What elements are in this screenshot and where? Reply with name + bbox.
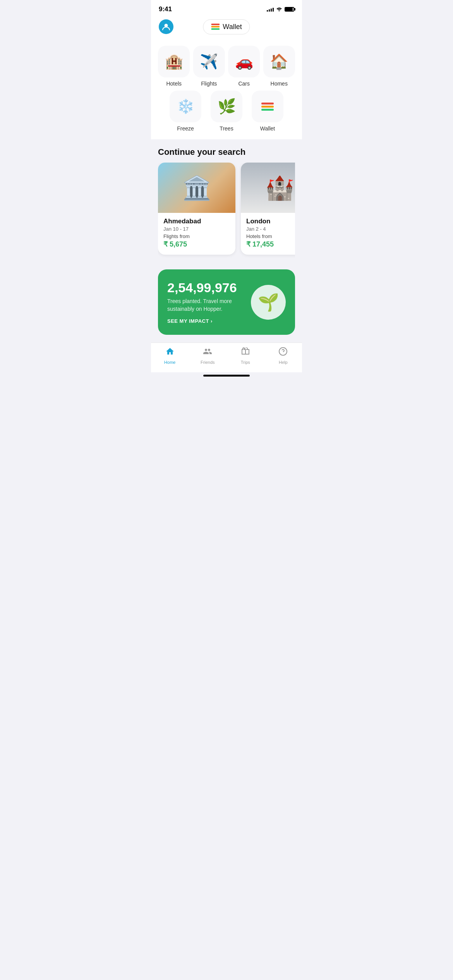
signal-icon [267, 7, 274, 12]
wallet-category-icon [252, 91, 283, 122]
category-row-2: ❄️ Freeze 🌿 Trees Wallet [156, 91, 297, 132]
hotels-icon: 🏨 [158, 46, 190, 77]
category-hotels[interactable]: 🏨 Hotels [158, 46, 190, 87]
homes-icon: 🏠 [263, 46, 295, 77]
trees-icon: 🌿 [211, 91, 242, 122]
header: Wallet [151, 15, 302, 40]
hotels-label: Hotels [166, 81, 182, 87]
london-body: London Jan 2 - 4 Hotels from ₹ 17,455 [241, 213, 295, 255]
nav-help[interactable]: Help [271, 347, 295, 365]
continue-search-section: Continue your search Ahmedabad Jan 10 - … [151, 139, 302, 262]
trees-label: Trees [220, 125, 233, 132]
tree-emoji: 🌱 [258, 292, 279, 312]
avatar[interactable] [159, 19, 173, 34]
ahmedabad-city: Ahmedabad [163, 218, 230, 225]
nav-friends[interactable]: Friends [196, 347, 219, 365]
bottom-navigation: Home Friends Trips Help [151, 343, 302, 372]
friends-nav-label: Friends [201, 360, 215, 365]
freeze-label: Freeze [177, 125, 194, 132]
ahmedabad-image [158, 163, 235, 213]
category-homes[interactable]: 🏠 Homes [263, 46, 295, 87]
trees-content: 2,54,99,976 Trees planted. Travel more s… [167, 280, 251, 324]
london-city: London [246, 218, 295, 225]
home-nav-label: Home [164, 360, 175, 365]
status-time: 9:41 [159, 5, 172, 13]
nav-home[interactable]: Home [158, 347, 182, 365]
home-nav-icon [165, 347, 175, 358]
trees-description: Trees planted. Travel more sustainably o… [167, 298, 251, 313]
search-card-ahmedabad[interactable]: Ahmedabad Jan 10 - 17 Flights from ₹ 5,6… [158, 163, 235, 255]
wifi-icon [276, 6, 282, 12]
status-bar: 9:41 [151, 0, 302, 15]
category-cars[interactable]: 🚗 Cars [228, 46, 260, 87]
london-image [241, 163, 295, 213]
status-icons [267, 6, 294, 12]
battery-icon [285, 7, 294, 12]
wallet-button[interactable]: Wallet [203, 19, 250, 34]
trees-count: 2,54,99,976 [167, 280, 251, 295]
friends-nav-icon [203, 347, 212, 358]
homes-label: Homes [271, 81, 288, 87]
flights-icon: ✈️ [193, 46, 225, 77]
london-dates: Jan 2 - 4 [246, 226, 295, 232]
trees-banner[interactable]: 2,54,99,976 Trees planted. Travel more s… [158, 269, 295, 335]
london-price: ₹ 17,455 [246, 240, 295, 248]
cars-label: Cars [238, 81, 250, 87]
category-freeze[interactable]: ❄️ Freeze [170, 91, 201, 132]
trips-nav-label: Trips [241, 360, 250, 365]
wallet-label: Wallet [223, 23, 242, 31]
home-indicator [151, 372, 302, 380]
home-bar [203, 375, 250, 377]
search-scroll[interactable]: Ahmedabad Jan 10 - 17 Flights from ₹ 5,6… [158, 163, 295, 259]
ahmedabad-dates: Jan 10 - 17 [163, 226, 230, 232]
trees-cta-button[interactable]: SEE MY IMPACT › [167, 318, 251, 324]
trees-logo-icon: 🌱 [251, 285, 286, 320]
help-nav-icon [278, 347, 288, 358]
london-type: Hotels from [246, 233, 295, 239]
search-card-london[interactable]: London Jan 2 - 4 Hotels from ₹ 17,455 [241, 163, 295, 255]
categories-section: 🏨 Hotels ✈️ Flights 🚗 Cars 🏠 Homes ❄️ Fr… [151, 40, 302, 139]
nav-trips[interactable]: Trips [234, 347, 257, 365]
trees-cta-label: SEE MY IMPACT [167, 318, 209, 324]
category-wallet[interactable]: Wallet [252, 91, 283, 132]
wallet-stack-icon [211, 24, 220, 30]
ahmedabad-body: Ahmedabad Jan 10 - 17 Flights from ₹ 5,6… [158, 213, 235, 255]
freeze-icon: ❄️ [170, 91, 201, 122]
flights-label: Flights [201, 81, 217, 87]
wallet2-label: Wallet [260, 125, 275, 132]
help-nav-label: Help [279, 360, 288, 365]
category-flights[interactable]: ✈️ Flights [193, 46, 225, 87]
category-trees[interactable]: 🌿 Trees [211, 91, 242, 132]
trees-cta-arrow: › [211, 318, 213, 324]
cars-icon: 🚗 [228, 46, 260, 77]
continue-search-title: Continue your search [158, 147, 295, 157]
ahmedabad-type: Flights from [163, 233, 230, 239]
trips-nav-icon [241, 347, 250, 358]
category-row-1: 🏨 Hotels ✈️ Flights 🚗 Cars 🏠 Homes [156, 46, 297, 87]
ahmedabad-price: ₹ 5,675 [163, 240, 230, 248]
